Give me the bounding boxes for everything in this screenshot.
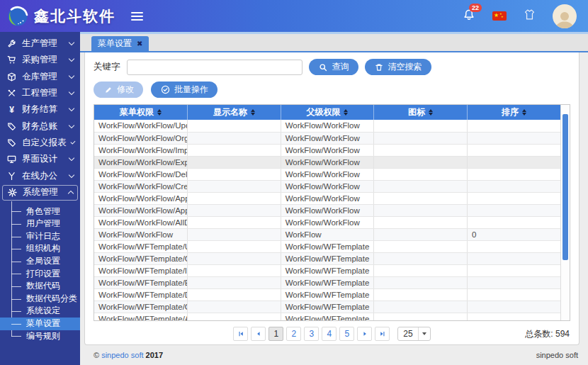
sidebar-item-label: 财务总账 xyxy=(22,120,64,133)
sidebar-item[interactable]: 工程管理 xyxy=(0,85,80,101)
column-header-inner: 显示名称 xyxy=(213,106,255,118)
submenu-item[interactable]: 编号规则 xyxy=(0,330,80,343)
tab-menu-settings[interactable]: 菜单设置 ✖ xyxy=(91,36,149,51)
monitor-icon xyxy=(6,155,17,164)
sidebar-item[interactable]: 在线办公 xyxy=(0,167,80,184)
sidebar-item-label: 界面设计 xyxy=(22,153,64,165)
column-header[interactable]: 父级权限 xyxy=(281,105,374,120)
notifications-button[interactable]: 22 xyxy=(463,9,475,24)
table-row[interactable]: WorkFlow/WorkFlow/AllDataWorkFlow/WorkFl… xyxy=(94,216,560,228)
hamburger-menu-icon[interactable] xyxy=(131,12,143,21)
cell-parent: WorkFlow/WorkFlow xyxy=(281,168,374,180)
table-row[interactable]: WorkFlow/WorkFlow/ApprovalWorkFlow/WorkF… xyxy=(94,204,560,216)
sort-icon xyxy=(251,109,255,116)
sidebar-item[interactable]: 仓库管理 xyxy=(0,69,80,85)
pagination-last-button[interactable] xyxy=(375,327,390,341)
batch-operation-button[interactable]: 批量操作 xyxy=(151,82,217,98)
cell-icon xyxy=(374,313,468,321)
sidebar-item[interactable]: 自定义报表 xyxy=(0,135,80,151)
table-row[interactable]: WorkFlow/WorkFlow/CreateWorkFlow/WorkFlo… xyxy=(94,180,560,192)
table-row[interactable]: WorkFlow/WFTemplate/CreateWorkFlow/WFTem… xyxy=(94,301,560,313)
cell-sort xyxy=(467,156,560,168)
app-title: 鑫北斗软件 xyxy=(34,6,115,26)
table-row[interactable]: WorkFlow/WFTemplate/ExportWorkFlow/WFTem… xyxy=(94,276,560,288)
cell-display_name xyxy=(188,132,281,144)
table-row[interactable]: WorkFlow/WorkFlow/OrgAllWorkFlow/WorkFlo… xyxy=(94,132,560,144)
column-header[interactable]: 菜单权限 xyxy=(94,105,188,120)
cell-display_name xyxy=(188,204,281,216)
shirt-theme-icon[interactable] xyxy=(524,9,536,23)
column-label: 排序 xyxy=(502,106,519,118)
column-header[interactable]: 显示名称 xyxy=(188,105,281,120)
column-header[interactable]: 排序 xyxy=(467,105,560,120)
cell-parent: WorkFlow/WorkFlow xyxy=(281,180,374,192)
cell-icon xyxy=(374,276,468,288)
pagination-next-button[interactable] xyxy=(357,327,372,341)
table-row[interactable]: WorkFlow/WFTemplate/ApproveWorkFlow/WFTe… xyxy=(94,313,560,321)
user-avatar[interactable] xyxy=(553,4,577,28)
online-office-icon xyxy=(6,172,17,181)
submenu-item[interactable]: 打印设置 xyxy=(0,268,80,281)
cell-sort xyxy=(467,301,560,313)
chevron-down-icon xyxy=(69,122,74,128)
search-button[interactable]: 查询 xyxy=(309,59,358,75)
submenu-item[interactable]: 数据代码分类 xyxy=(0,293,80,305)
sidebar-item[interactable]: 界面设计 xyxy=(0,151,80,167)
content-panel: 关键字 查询 清空搜索 xyxy=(84,52,579,345)
cell-parent: WorkFlow/WorkFlow xyxy=(281,216,374,228)
cell-permission: WorkFlow/WFTemplate/Delete xyxy=(94,288,188,301)
cn-flag-icon[interactable]: ★★★ xyxy=(492,11,507,21)
table-body: WorkFlow/WorkFlow/UpdateWorkFlow/WorkFlo… xyxy=(94,120,560,321)
pagination-page-button[interactable]: 2 xyxy=(286,327,301,341)
cell-permission: WorkFlow/WFTemplate/Create xyxy=(94,301,188,313)
clear-search-button[interactable]: 清空搜索 xyxy=(365,59,431,75)
cell-sort xyxy=(467,276,560,288)
table-row[interactable]: WorkFlow/WorkFlow/UpdateWorkFlow/WorkFlo… xyxy=(94,120,560,132)
sidebar-item[interactable]: 采购管理 xyxy=(0,52,80,68)
cell-display_name xyxy=(188,120,281,132)
pagination-page-button[interactable]: 3 xyxy=(304,327,319,341)
table-row[interactable]: WorkFlow/WorkFlow/ExportWorkFlow/WorkFlo… xyxy=(94,156,560,168)
submenu-item[interactable]: 系统设定 xyxy=(0,305,80,318)
sidebar-item[interactable]: 系统管理 xyxy=(2,185,78,201)
pagination-page-button[interactable]: 1 xyxy=(268,327,283,341)
cell-parent: WorkFlow/WFTemplate xyxy=(281,276,374,288)
scrollbar-thumb[interactable] xyxy=(562,114,568,260)
submenu-item[interactable]: 角色管理 xyxy=(0,206,80,218)
pagination-first-button[interactable] xyxy=(233,327,248,341)
table-row[interactable]: WorkFlow/WFTemplate/ImportWorkFlow/WFTem… xyxy=(94,264,560,276)
table-row[interactable]: WorkFlow/WFTemplate/UpdateWorkFlow/WFTem… xyxy=(94,240,560,252)
submenu-item[interactable]: 用户管理 xyxy=(0,218,80,230)
table-row[interactable]: WorkFlow/WorkFlow/ImportWorkFlow/WorkFlo… xyxy=(94,144,560,156)
pagination-prev-button[interactable] xyxy=(251,327,266,341)
table-row[interactable]: WorkFlow/WorkFlowWorkFlow0 xyxy=(94,228,560,240)
keyword-input[interactable] xyxy=(127,60,303,75)
company-link[interactable]: sinpedo soft xyxy=(101,351,143,359)
submenu-item[interactable]: 组织机构 xyxy=(0,242,80,255)
cell-icon xyxy=(374,264,468,276)
table-scrollbar[interactable] xyxy=(560,105,570,320)
submenu-item[interactable]: 菜单设置 xyxy=(0,318,80,330)
sidebar-item[interactable]: 财务总账 xyxy=(0,118,80,134)
table-row[interactable]: WorkFlow/WorkFlow/ApproveWorkFlow/WorkFl… xyxy=(94,192,560,204)
pagination-page-button[interactable]: 4 xyxy=(322,327,337,341)
cell-display_name xyxy=(188,240,281,252)
table-row[interactable]: WorkFlow/WorkFlow/DeleteWorkFlow/WorkFlo… xyxy=(94,168,560,180)
cell-sort xyxy=(467,120,560,132)
submenu-item[interactable]: 审计日志 xyxy=(0,230,80,243)
page-size-value: 25 xyxy=(398,329,417,339)
table-row[interactable]: WorkFlow/WFTemplate/DeleteWorkFlow/WFTem… xyxy=(94,288,560,301)
modify-button[interactable]: 修改 xyxy=(94,82,143,98)
sidebar-item[interactable]: 生产管理 xyxy=(0,35,80,52)
page-size-select[interactable]: 25 xyxy=(397,327,430,341)
pagination-page-button[interactable]: 5 xyxy=(339,327,354,341)
submenu-item[interactable]: 数据代码 xyxy=(0,280,80,293)
table-row[interactable]: WorkFlow/WFTemplate/OrgAllWorkFlow/WFTem… xyxy=(94,252,560,264)
submenu-item[interactable]: 全局设置 xyxy=(0,255,80,268)
sidebar-item-label: 自定义报表 xyxy=(22,137,67,149)
column-header[interactable]: 图标 xyxy=(374,105,468,120)
cell-parent: WorkFlow/WorkFlow xyxy=(281,132,374,144)
sort-icon xyxy=(157,109,162,116)
sidebar-item[interactable]: ¥财务结算 xyxy=(0,101,80,118)
close-icon[interactable]: ✖ xyxy=(137,40,142,47)
